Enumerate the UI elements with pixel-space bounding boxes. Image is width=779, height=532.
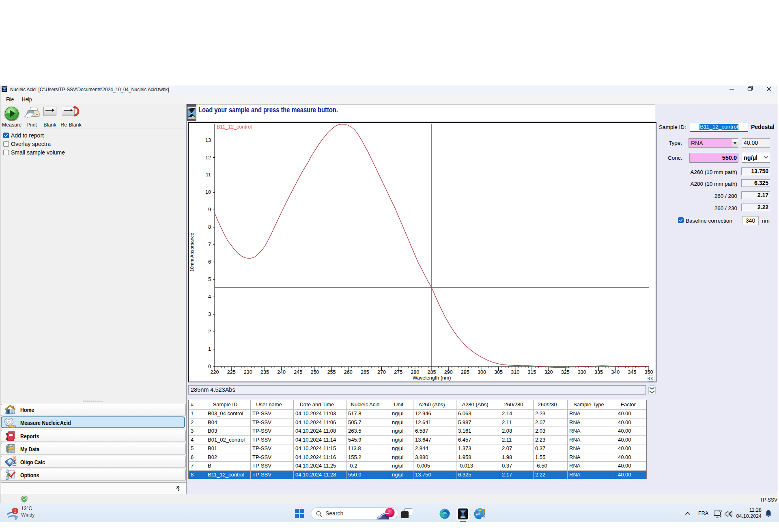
svg-text:4: 4 — [208, 294, 211, 300]
svg-text:8: 8 — [208, 224, 211, 230]
svg-text:305: 305 — [494, 369, 503, 375]
svg-text:310: 310 — [511, 369, 519, 375]
svg-text:10mm Absorbance: 10mm Absorbance — [189, 233, 194, 272]
svg-text:3: 3 — [208, 311, 211, 317]
svg-text:2: 2 — [208, 329, 211, 335]
svg-text:0: 0 — [208, 364, 211, 369]
svg-text:260: 260 — [344, 369, 353, 375]
svg-text:340: 340 — [611, 369, 620, 375]
svg-text:235: 235 — [260, 369, 269, 375]
svg-text:6: 6 — [208, 259, 211, 265]
svg-text:9: 9 — [208, 207, 211, 212]
svg-text:13: 13 — [205, 137, 211, 143]
svg-text:7: 7 — [208, 242, 211, 247]
svg-text:295: 295 — [461, 369, 469, 375]
svg-text:270: 270 — [377, 369, 386, 375]
svg-text:225: 225 — [227, 369, 236, 375]
svg-text:285: 285 — [428, 369, 436, 375]
svg-text:320: 320 — [544, 369, 553, 375]
svg-text:240: 240 — [277, 369, 286, 375]
svg-text:290: 290 — [444, 369, 453, 375]
svg-text:10: 10 — [205, 189, 211, 195]
svg-text:255: 255 — [327, 369, 336, 375]
svg-text:250: 250 — [310, 369, 319, 375]
svg-text:335: 335 — [594, 369, 603, 375]
svg-text:230: 230 — [244, 369, 252, 375]
svg-text:345: 345 — [628, 369, 636, 375]
svg-text:1: 1 — [208, 346, 211, 352]
svg-text:11: 11 — [206, 172, 211, 178]
svg-text:330: 330 — [578, 369, 586, 375]
svg-text:245: 245 — [294, 369, 302, 375]
svg-text:350: 350 — [645, 369, 653, 375]
svg-text:300: 300 — [478, 369, 486, 375]
svg-text:Wavelength (nm): Wavelength (nm) — [413, 375, 451, 381]
svg-text:265: 265 — [361, 369, 369, 375]
svg-text:B11_12_control: B11_12_control — [217, 124, 252, 130]
svg-text:280: 280 — [411, 369, 419, 375]
svg-text:315: 315 — [527, 369, 536, 375]
svg-text:275: 275 — [394, 369, 402, 375]
svg-text:220: 220 — [211, 369, 219, 375]
svg-text:325: 325 — [561, 369, 570, 375]
svg-text:5: 5 — [208, 277, 211, 282]
svg-text:12: 12 — [205, 155, 211, 161]
